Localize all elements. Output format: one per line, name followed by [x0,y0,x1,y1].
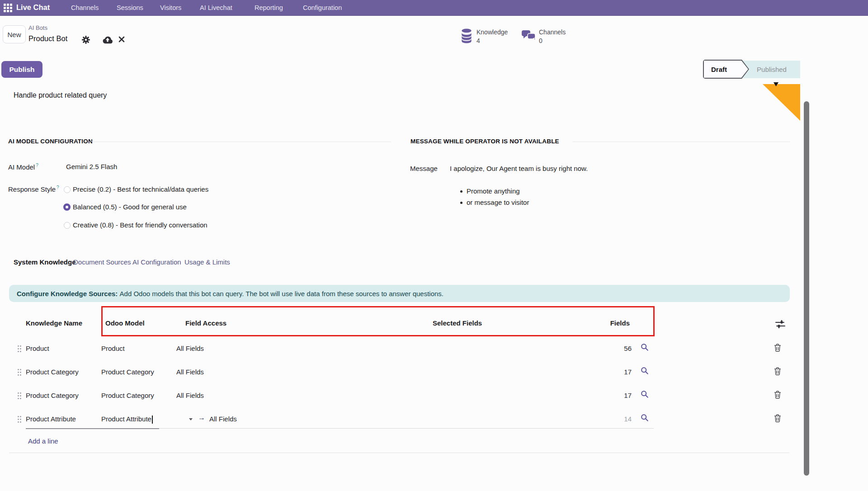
section-rule [572,142,790,142]
delete-trash-icon[interactable] [774,367,781,375]
knowledge-stat-button[interactable]: Knowledge 4 [461,28,519,44]
vertical-scrollbar-thumb[interactable] [804,101,809,476]
status-step-draft[interactable]: Draft [703,60,749,79]
radio-creative-label[interactable]: Creative (0.8) - Best for friendly conve… [73,221,208,229]
cell-knowledge-name-input[interactable]: Product Attribute [26,415,76,423]
cell-odoo-model[interactable]: Product [101,345,125,352]
knowledge-stat-value: 4 [476,37,480,44]
app-window: Live Chat Channels Sessions Visitors AI … [0,0,868,491]
input-underline [26,428,159,429]
cell-fields-count: 14 [624,415,632,423]
tab-document-sources[interactable]: Document Sources [73,258,131,266]
col-header-field-access[interactable]: Field Access [185,319,226,327]
nav-item-ai-livechat[interactable]: AI Livechat [200,4,232,11]
ai-config-section-title: AI MODEL CONFIGURATION [8,138,93,145]
internal-link-arrow-icon[interactable]: → [198,414,205,422]
drag-handle-icon[interactable] [17,415,22,423]
save-cloud-upload-icon[interactable] [102,35,113,44]
message-text[interactable]: I apologize, Our Agent team is busy righ… [450,165,588,172]
cell-field-access[interactable]: All Fields [176,368,204,376]
table-row[interactable]: Product Category Product Category All Fi… [0,360,868,384]
help-icon[interactable]: ? [57,185,59,190]
search-fields-icon[interactable] [641,343,649,351]
cell-field-access[interactable]: All Fields [176,345,204,352]
bot-description[interactable]: Handle product related query [14,91,107,99]
delete-trash-icon[interactable] [774,391,781,399]
tab-ai-configuration[interactable]: AI Configuration [132,258,181,266]
text-caret [152,415,153,424]
ai-model-value[interactable]: Gemini 2.5 Flash [66,163,117,170]
col-header-odoo-model[interactable]: Odoo Model [105,319,145,327]
cell-field-access[interactable]: All Fields [209,415,237,423]
drag-handle-icon[interactable] [17,368,22,376]
discard-x-icon[interactable] [118,36,125,42]
channels-stat-value: 0 [539,37,542,44]
status-step-published[interactable]: Published [743,61,800,78]
message-label: Message [410,165,438,172]
chat-bubbles-icon [521,30,536,42]
cell-knowledge-name[interactable]: Product [26,345,49,352]
radio-creative[interactable] [64,222,71,229]
nav-item-reporting[interactable]: Reporting [255,4,283,11]
nav-item-sessions[interactable]: Sessions [117,4,143,11]
table-row[interactable]: Product Category Product Category All Fi… [0,384,868,407]
cell-odoo-model[interactable]: Product Category [101,392,154,399]
dropdown-caret-icon[interactable] [189,418,193,420]
odoo-model-input-text: Product Attribute [101,415,151,423]
cell-fields-count: 17 [624,368,632,376]
col-header-knowledge-name[interactable]: Knowledge Name [26,319,82,327]
apps-grid-icon[interactable] [4,4,12,12]
ai-model-label: AI Model? [8,163,38,171]
delete-trash-icon[interactable] [774,414,781,422]
info-banner-bold: Configure Knowledge Sources: [17,290,118,297]
ai-model-label-text: AI Model [8,163,35,171]
drag-handle-icon[interactable] [17,392,22,400]
highlight-red-box [101,306,655,336]
help-icon[interactable]: ? [36,163,38,168]
radio-balanced-selected[interactable] [63,203,71,211]
response-style-label: Response Style? [8,185,59,193]
breadcrumb-current: Product Bot [28,34,67,43]
search-fields-icon[interactable] [641,414,649,422]
radio-precise[interactable] [64,186,71,193]
message-bullet-2[interactable]: or message to visitor [467,198,529,206]
cell-knowledge-name[interactable]: Product Category [26,368,79,376]
delete-trash-icon[interactable] [774,344,781,352]
table-row-editing[interactable]: Product Attribute Product Attribute → Al… [0,407,868,431]
cell-fields-count: 17 [624,392,632,399]
nav-item-channels[interactable]: Channels [71,4,99,11]
optional-columns-sliders-icon[interactable] [774,319,786,329]
cell-knowledge-name[interactable]: Product Category [26,392,79,399]
top-navbar: Live Chat Channels Sessions Visitors AI … [0,0,868,16]
cell-odoo-model[interactable]: Product Category [101,368,154,376]
breadcrumb-parent-link[interactable]: AI Bots [28,24,47,31]
app-name[interactable]: Live Chat [16,3,50,12]
table-row[interactable]: Product Product All Fields 56 [0,337,868,360]
message-section-title: MESSAGE WHILE OPERATOR IS NOT AVAILABLE [410,138,559,145]
info-banner: Configure Knowledge Sources: Add Odoo mo… [9,285,790,302]
message-bullet-1[interactable]: Promote anything [467,187,520,195]
info-banner-text: Add Odoo models that this bot can query.… [120,290,444,297]
nav-item-configuration[interactable]: Configuration [303,4,342,11]
radio-balanced-label[interactable]: Balanced (0.5) - Good for general use [73,203,187,211]
response-style-label-text: Response Style [8,185,56,193]
publish-button[interactable]: Publish [1,61,42,78]
col-header-fields[interactable]: Fields [610,319,630,327]
cell-odoo-model-input[interactable]: Product Attribute [101,415,153,424]
new-button[interactable]: New [3,25,26,43]
search-fields-icon[interactable] [641,367,649,375]
knowledge-stat-label: Knowledge [476,28,508,36]
channels-stat-label: Channels [539,28,566,36]
cell-field-access[interactable]: All Fields [176,392,204,399]
search-fields-icon[interactable] [641,390,649,398]
tab-usage-limits[interactable]: Usage & Limits [184,258,230,266]
tab-system-knowledge[interactable]: System Knowledge [14,258,76,266]
channels-stat-button[interactable]: Channels 0 [521,28,576,44]
col-header-selected-fields[interactable]: Selected Fields [433,319,482,327]
add-a-line-link[interactable]: Add a line [28,437,58,445]
nav-item-visitors[interactable]: Visitors [160,4,181,11]
radio-precise-label[interactable]: Precise (0.2) - Best for technical/data … [73,185,208,193]
settings-gear-icon[interactable] [82,36,90,44]
drag-handle-icon[interactable] [17,345,22,353]
bullet-dot [460,202,462,204]
